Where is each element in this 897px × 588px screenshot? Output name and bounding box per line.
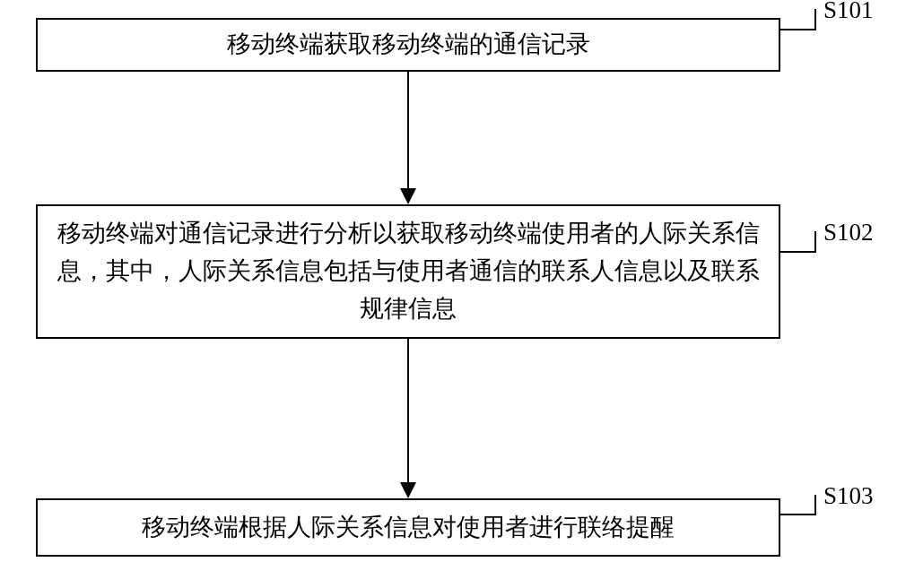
lead-line-s101-v [814, 9, 816, 30]
step-box-s103: 移动终端根据人际关系信息对使用者进行联络提醒 [36, 498, 780, 557]
lead-line-s101-h [780, 29, 816, 30]
step-label-s102: S102 [823, 220, 874, 245]
lead-line-s102-h [780, 251, 816, 253]
lead-line-s103-h [780, 514, 816, 515]
step-label-s103: S103 [823, 484, 874, 508]
step-box-s102: 移动终端对通信记录进行分析以获取移动终端使用者的人际关系信息，其中，人际关系信息… [36, 204, 780, 339]
arrow-head-2 [400, 482, 416, 498]
step-label-s101: S101 [823, 0, 874, 22]
lead-line-s103-v [814, 495, 816, 515]
step-text-s103: 移动终端根据人际关系信息对使用者进行联络提醒 [142, 509, 675, 547]
step-text-s101: 移动终端获取移动终端的通信记录 [227, 26, 590, 64]
flowchart: 移动终端获取移动终端的通信记录 S101 移动终端对通信记录进行分析以获取移动终… [0, 0, 897, 588]
arrow-line-1 [407, 72, 409, 188]
step-text-s102: 移动终端对通信记录进行分析以获取移动终端使用者的人际关系信息，其中，人际关系信息… [56, 215, 761, 328]
lead-line-s102-v [814, 231, 816, 253]
step-box-s101: 移动终端获取移动终端的通信记录 [36, 18, 780, 72]
arrow-head-1 [400, 188, 416, 204]
arrow-line-2 [407, 339, 409, 482]
